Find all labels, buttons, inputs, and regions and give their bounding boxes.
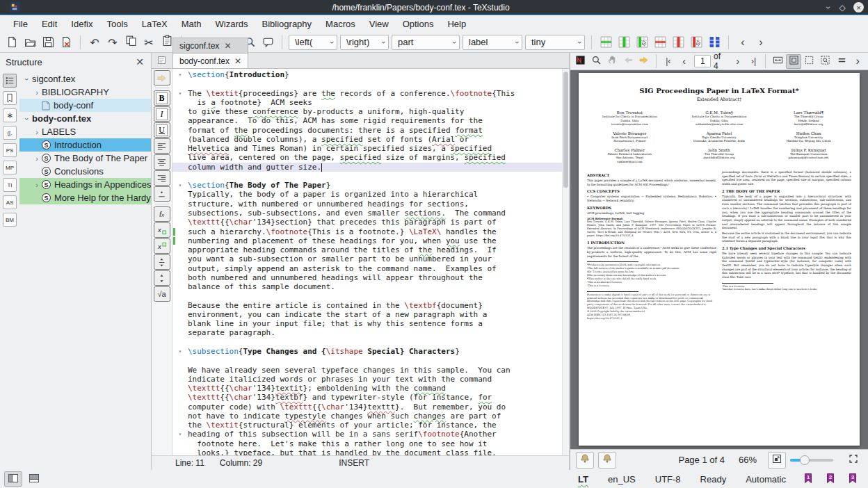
table-add-column-button[interactable] xyxy=(615,33,633,51)
fold-marker[interactable]: ▾ xyxy=(172,430,188,439)
expander-icon[interactable]: › xyxy=(32,88,42,97)
code-line-6[interactable]: appearance. To do this, ACM has some rig… xyxy=(172,116,569,125)
code-line-24[interactable]: balance of this sample document. xyxy=(172,282,569,291)
sectioning-combo[interactable]: part› xyxy=(392,35,460,50)
toggle-embedded-viewer-button[interactable] xyxy=(573,54,588,69)
code-line-36[interactable]: \texttt{{\char'134}textbf} and typewrite… xyxy=(172,393,569,402)
table-remove-row-button[interactable] xyxy=(651,33,669,51)
goto-next-button[interactable]: › xyxy=(752,33,770,51)
align-right-button[interactable] xyxy=(154,170,170,186)
code-editor[interactable]: ▾\section{Introduction}▾The \textit{proc… xyxy=(172,69,569,455)
table-cut-column-button[interactable] xyxy=(687,33,705,51)
encoding-indicator[interactable]: UTF-8 xyxy=(655,474,681,485)
code-line-23[interactable]: both numbered and unnumbered headings wi… xyxy=(172,273,569,282)
code-line-14[interactable]: Typically, the body of a paper is organi… xyxy=(172,190,569,199)
code-line-7[interactable]: format of the proceedings documents: the… xyxy=(172,126,569,135)
undo-button[interactable]: ↶ xyxy=(86,34,104,52)
code-line-41[interactable]: footnote here. Let's make this a rather … xyxy=(172,439,569,448)
fold-marker[interactable]: ▾ xyxy=(172,70,188,79)
document-list-button[interactable] xyxy=(154,55,168,67)
structure-item-more-help-for-the-hardy[interactable]: SMore Help for the Hardy xyxy=(19,191,151,204)
pdf-panel-collapse-button[interactable]: › xyxy=(850,54,865,69)
side-tab-tikz[interactable]: TI xyxy=(3,178,17,192)
code-line-15[interactable]: structure, with numbered or unnumbered h… xyxy=(172,200,569,209)
toggle-messages-panel-button[interactable] xyxy=(25,471,43,487)
side-tab-brackets[interactable]: ([. xyxy=(3,126,17,140)
menu-help[interactable]: Help xyxy=(441,17,472,31)
last-page-button[interactable]: ›| xyxy=(746,54,762,69)
side-tab-beamer[interactable]: BM xyxy=(3,213,17,227)
binom-button[interactable] xyxy=(154,270,170,286)
menu-edit[interactable]: Edit xyxy=(35,17,63,31)
side-tab-asymptote[interactable]: AS xyxy=(3,195,17,209)
code-line-5[interactable]: to give these conference by-products a u… xyxy=(172,107,569,116)
expander-icon[interactable]: › xyxy=(22,75,32,83)
code-line-33[interactable]: We have already seen several typeface ch… xyxy=(172,366,569,375)
pdf-search-button[interactable] xyxy=(589,54,604,69)
code-line-26[interactable]: Because the entire article is contained … xyxy=(172,301,569,310)
side-tab-symbols[interactable]: ∗ xyxy=(3,108,17,122)
save-file-button[interactable] xyxy=(39,33,57,51)
bookmark-2-button[interactable]: 2 xyxy=(823,472,837,486)
code-line-17[interactable]: \texttt{{\char'134}section} that precede… xyxy=(172,218,569,227)
dictionary-indicator[interactable]: en_US xyxy=(608,474,636,485)
fold-marker[interactable]: ▾ xyxy=(172,347,188,356)
page-number-input[interactable]: 1 xyxy=(694,55,711,67)
code-line-19[interactable]: numbering and placement of these heading… xyxy=(172,236,569,245)
goto-prev-button[interactable]: ‹ xyxy=(734,33,752,51)
side-tab-metapost[interactable]: MP xyxy=(3,161,17,174)
open-file-button[interactable] xyxy=(21,33,39,51)
code-line-42[interactable]: looks.} typeface, but that is handled by… xyxy=(172,448,569,455)
align-center-button[interactable] xyxy=(154,154,170,170)
expander-icon[interactable]: › xyxy=(32,128,42,136)
code-line-12[interactable] xyxy=(172,172,569,181)
zoom-selection-button[interactable] xyxy=(818,54,833,69)
code-line-13[interactable]: ▾\section{The Body of The Paper} xyxy=(172,181,569,190)
structure-item-introduction[interactable]: SIntroduction xyxy=(19,138,151,152)
code-line-40[interactable]: ▾heading of this subsection will be in a… xyxy=(172,430,569,439)
table-remove-column-button[interactable] xyxy=(669,33,687,51)
structure-item-the-body-of-the-paper[interactable]: ›SThe Body of The Paper xyxy=(19,152,151,165)
sqrt-button[interactable]: √a xyxy=(154,286,170,302)
code-line-11[interactable]: column width and gutter size. xyxy=(172,163,569,172)
code-line-28[interactable]: blank line in your input file; that is w… xyxy=(172,319,569,328)
expander-icon[interactable]: › xyxy=(22,115,32,123)
code-line-3[interactable]: ▾The \textit{proceedings} are the record… xyxy=(172,89,569,98)
overset-dot-button[interactable] xyxy=(154,186,170,202)
comment-button[interactable] xyxy=(259,33,277,51)
expander-icon[interactable]: › xyxy=(32,154,42,163)
menu-math[interactable]: Math xyxy=(175,17,208,31)
underline-button[interactable]: U xyxy=(154,122,170,138)
expander-icon[interactable]: › xyxy=(32,181,42,189)
side-tab-bookmarks[interactable] xyxy=(3,91,17,105)
tab-body-conf-tex[interactable]: body-conf.tex✕ xyxy=(172,53,248,68)
cut-button[interactable]: ✂ xyxy=(140,34,158,52)
code-line-34[interactable]: indicate italicized words or phrases in … xyxy=(172,375,569,384)
code-line-29[interactable]: separate paragraph. xyxy=(172,328,569,337)
close-button[interactable]: × xyxy=(853,2,864,13)
editor-scrollbar[interactable] xyxy=(562,69,569,455)
code-line-2[interactable] xyxy=(172,79,569,88)
first-page-button[interactable]: |‹ xyxy=(661,54,676,69)
bold-button[interactable]: B xyxy=(154,90,170,106)
code-line-37[interactable]: computer code) with \texttt{{\char'134}t… xyxy=(172,402,569,412)
copy-button[interactable] xyxy=(122,32,140,50)
bell-icon-button-1[interactable] xyxy=(576,452,594,469)
structure-item-body-conf[interactable]: body-conf xyxy=(19,99,151,112)
maximize-button[interactable]: ◇ xyxy=(835,1,849,14)
align-left-button[interactable] xyxy=(154,138,170,154)
table-align-columns-button[interactable] xyxy=(705,33,723,51)
menu-idefix[interactable]: Idefix xyxy=(65,17,99,31)
close-icon[interactable]: ✕ xyxy=(234,56,241,66)
function-fx-button[interactable]: fx xyxy=(154,206,170,222)
font-size-combo[interactable]: tiny› xyxy=(525,35,585,50)
code-line-27[interactable]: environment, you can indicate the start … xyxy=(172,310,569,319)
side-tab-pstricks[interactable]: PS xyxy=(3,143,17,157)
menu-bibliography[interactable]: Bibliography xyxy=(256,17,319,31)
close-icon[interactable]: ✕ xyxy=(224,41,231,51)
menu-view[interactable]: View xyxy=(363,17,395,31)
code-line-39[interactable]: the \textit{structural} elements of your… xyxy=(172,421,569,430)
jump-indicator-button[interactable] xyxy=(154,70,170,86)
menu-file[interactable]: File xyxy=(7,17,34,31)
side-tab-structure[interactable] xyxy=(3,74,17,88)
